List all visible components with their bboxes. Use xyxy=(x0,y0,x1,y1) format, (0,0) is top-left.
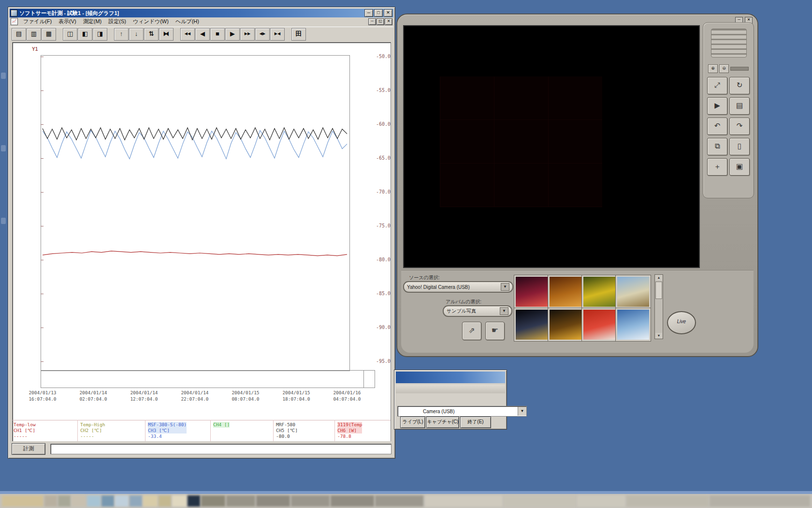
legend-entry[interactable]: CH4 [] xyxy=(213,422,230,428)
scale-fit-button[interactable]: ⇅ xyxy=(144,28,159,41)
taskbar-item[interactable] xyxy=(710,495,810,507)
thumbnail-fireworks[interactable] xyxy=(514,275,549,308)
taskbar-item[interactable] xyxy=(256,495,290,507)
legend-entry[interactable]: MRF-580CH5 [℃]-80.0 xyxy=(276,422,298,439)
scrollbar-thumb[interactable] xyxy=(655,282,662,299)
legend-entry[interactable]: MSF-380-S(-80)CH3 [℃]-33.4 xyxy=(148,422,187,439)
thumbnail-mountain-sky[interactable] xyxy=(616,308,651,341)
thumbnail-sparkler[interactable] xyxy=(548,308,583,341)
export-photo-button[interactable]: ⇗ xyxy=(462,322,481,340)
child-restore-button[interactable]: ◱ xyxy=(377,18,384,25)
grab-photo-button[interactable]: ☛ xyxy=(485,322,505,340)
add-button[interactable]: ＋ xyxy=(707,158,727,176)
thumbnail-person-in-red[interactable] xyxy=(582,308,617,341)
maximize-button[interactable]: □ xyxy=(374,9,383,17)
zoom-out-button[interactable]: ⊖ xyxy=(719,64,729,73)
shrink-x-button[interactable]: ▶◀ xyxy=(270,28,285,41)
refresh-button[interactable]: ↻ xyxy=(729,77,750,94)
stop-button[interactable]: ■ xyxy=(210,28,225,41)
thumbnail-yellow-flowers[interactable] xyxy=(582,275,617,308)
taskbar-item[interactable] xyxy=(58,495,71,507)
status-field[interactable] xyxy=(50,444,392,454)
copy-button[interactable]: ⧉ xyxy=(707,138,727,155)
taskbar-item[interactable] xyxy=(87,495,101,507)
taskbar-item[interactable] xyxy=(577,495,625,507)
trend-graph-button[interactable]: ▤ xyxy=(12,28,26,41)
rotate-right-button[interactable]: ↷ xyxy=(729,118,750,135)
scroll-up-arrow[interactable]: ▲ xyxy=(655,275,662,281)
legend-entry[interactable]: Temp-lowCH1 [℃]----- xyxy=(14,422,36,439)
chevron-down-icon[interactable]: ▼ xyxy=(501,283,509,291)
chevron-down-icon[interactable]: ▼ xyxy=(500,307,508,315)
scroll-down-arrow[interactable]: ▼ xyxy=(655,333,662,339)
source-select-dropdown[interactable]: Yahoo! Digital Camera (USB) ▼ xyxy=(403,281,513,293)
taskbar-item[interactable] xyxy=(504,495,576,507)
taskbar-item[interactable] xyxy=(331,495,374,507)
right-pane-button[interactable]: ◨ xyxy=(93,28,107,41)
play-button[interactable]: ▶ xyxy=(707,97,727,115)
settings-button[interactable]: ▣ xyxy=(729,158,750,176)
list-view-button[interactable]: ▤ xyxy=(729,97,750,115)
desktop-icon-sliver[interactable] xyxy=(1,145,6,151)
taskbar-item[interactable] xyxy=(102,495,114,507)
menu-item-4[interactable]: ウィンドウ(W) xyxy=(130,17,172,26)
rewind-button[interactable]: ◀◀ xyxy=(180,28,195,41)
taskbar-item[interactable] xyxy=(626,495,709,507)
step-forward-button[interactable]: ▶ xyxy=(225,28,240,41)
taskbar-item[interactable] xyxy=(159,495,171,507)
taskbar-item[interactable] xyxy=(201,495,225,507)
taskbar-item[interactable] xyxy=(44,495,57,507)
taskbar-item[interactable] xyxy=(188,495,200,507)
minimize-button[interactable]: ─ xyxy=(364,9,373,17)
taskbar-item[interactable] xyxy=(425,495,503,507)
thumbnail-night-city[interactable] xyxy=(514,308,549,341)
menu-item-1[interactable]: 表示(V) xyxy=(55,17,80,26)
time-axis-button[interactable]: ⧓ xyxy=(159,28,174,41)
taskbar-item[interactable] xyxy=(375,495,423,507)
fast-forward-button[interactable]: ▶▶ xyxy=(240,28,255,41)
thumbnail-harbor-town[interactable] xyxy=(616,275,651,308)
taskbar-item[interactable] xyxy=(226,495,255,507)
exit-button[interactable]: 終了(E) xyxy=(460,417,491,428)
scale-up-button[interactable]: ↑ xyxy=(114,28,129,41)
child-close-button[interactable]: ✕ xyxy=(385,18,392,25)
close-button[interactable]: ✕ xyxy=(384,9,392,17)
zoom-slider[interactable] xyxy=(730,67,749,71)
legend-entry[interactable]: Temp-HighCH2 [℃]----- xyxy=(80,422,105,439)
album-select-dropdown[interactable]: サンプル写真 ▼ xyxy=(443,305,512,317)
split-view-button[interactable]: ◫ xyxy=(63,28,77,41)
thumbnail-autumn-leaves[interactable] xyxy=(548,275,583,308)
rotate-left-button[interactable]: ↶ xyxy=(707,118,727,135)
status-button[interactable]: 計測 xyxy=(12,443,45,455)
legend-entry[interactable]: 3119(TempCH6 [W]-78.8 xyxy=(337,422,362,439)
bar-graph-button[interactable]: ▥ xyxy=(27,28,41,41)
live-button[interactable]: ライブ(L) xyxy=(400,417,425,428)
taskbar-item[interactable] xyxy=(143,495,158,507)
table-view-button[interactable]: 田 xyxy=(291,28,306,41)
chevron-down-icon[interactable]: ▼ xyxy=(518,407,526,416)
taskbar-item[interactable] xyxy=(130,495,142,507)
taskbar-item[interactable] xyxy=(115,495,129,507)
child-minimize-button[interactable]: ─ xyxy=(368,18,376,25)
camera-device-dropdown[interactable]: Camera (USB) ▼ xyxy=(397,406,527,417)
expand-x-button[interactable]: ◀▶ xyxy=(255,28,270,41)
desktop-icon-sliver[interactable] xyxy=(1,218,6,224)
digital-view-button[interactable]: ▦ xyxy=(42,28,56,41)
capture-button[interactable]: キャプチャ(C) xyxy=(426,417,459,428)
thumbnail-scrollbar[interactable]: ▲ ▼ xyxy=(654,274,663,339)
taskbar-item[interactable] xyxy=(2,495,44,507)
menu-item-0[interactable]: ファイル(F) xyxy=(20,17,55,26)
menu-item-3[interactable]: 設定(S) xyxy=(105,17,130,26)
menu-item-2[interactable]: 測定(M) xyxy=(80,17,105,26)
step-back-button[interactable]: ◀ xyxy=(195,28,210,41)
taskbar-item[interactable] xyxy=(172,495,187,507)
portrait-button[interactable]: ▯ xyxy=(729,138,750,155)
desktop-icon-sliver[interactable] xyxy=(1,73,6,79)
left-pane-button[interactable]: ◧ xyxy=(78,28,92,41)
menu-item-5[interactable]: ヘルプ(H) xyxy=(172,17,203,26)
live-button[interactable]: Live xyxy=(667,311,696,334)
zoom-in-button[interactable]: ⊕ xyxy=(708,64,718,73)
fit-screen-button[interactable]: ⤢ xyxy=(707,77,727,94)
taskbar-item[interactable] xyxy=(291,495,330,507)
taskbar[interactable] xyxy=(0,491,812,508)
